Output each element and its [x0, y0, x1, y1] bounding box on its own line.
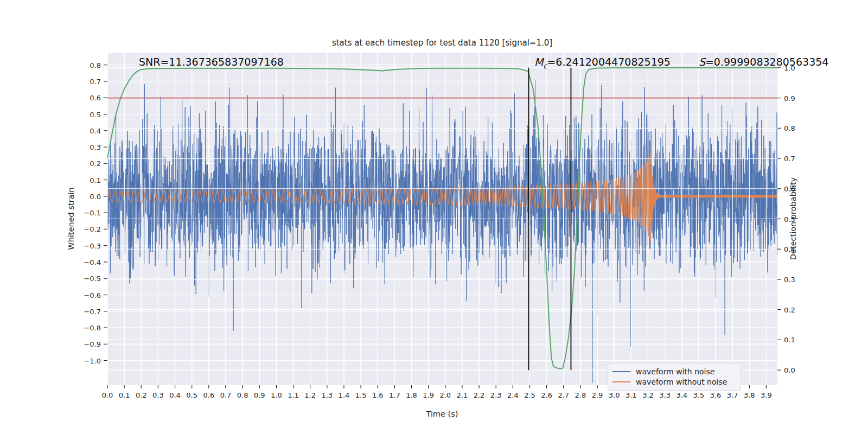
legend-line-sample-blue: [612, 371, 630, 372]
y-right-tick-label: 0.1: [784, 336, 795, 344]
y-right-tick-label: 0.7: [784, 155, 795, 163]
y-left-tick-label: 0.1: [90, 176, 101, 184]
x-tick-label: 1.3: [321, 391, 333, 399]
x-tick-label: 1.8: [406, 391, 417, 399]
y-left-tick-label: 0.2: [90, 159, 101, 168]
y-right-tick-label: 0.8: [784, 124, 795, 132]
y-left-tick-label: 0.6: [90, 94, 101, 102]
x-tick-label: 3.2: [642, 391, 654, 399]
x-tick-label: 3.8: [744, 391, 755, 399]
x-tick-label: 0.6: [203, 391, 214, 399]
y-left-tick-label: −0.5: [84, 275, 101, 283]
x-tick-label: 1.0: [271, 391, 282, 399]
x-tick-label: 0.2: [136, 391, 147, 399]
x-tick-label: 1.2: [304, 391, 316, 399]
significance-value: =0.9999083280563354: [705, 56, 828, 68]
chart-title: stats at each timestep for test data 112…: [332, 38, 552, 48]
waveform-with-noise-line: [107, 80, 777, 383]
x-tick-label: 3.5: [693, 391, 705, 399]
legend-item-with-noise: waveform with noise: [612, 366, 735, 376]
y-left-tick-label: 0.4: [90, 126, 101, 135]
y-left-tick-label: −0.9: [84, 340, 101, 348]
x-tick-label: 3.3: [659, 391, 671, 399]
x-tick-label: 2.1: [457, 391, 468, 399]
y-left-tick-label: −0.7: [84, 307, 101, 315]
chirp-mass-value: =6.2412004470825195: [547, 56, 670, 68]
legend: waveform with noise waveform without noi…: [608, 363, 741, 391]
x-tick-label: 2.7: [558, 391, 569, 399]
x-tick-label: 0.7: [220, 391, 232, 399]
x-tick-label: 1.4: [339, 391, 350, 399]
x-tick-label: 2.0: [439, 391, 451, 399]
y-axis-label-left: Whitened strain: [67, 187, 75, 250]
y-left-tick-label: 0.0: [90, 192, 101, 200]
y-right-tick-label: 0.5: [784, 215, 795, 223]
x-axis-label: Time (s): [426, 410, 458, 418]
x-tick-label: 3.7: [727, 391, 738, 399]
x-tick-label: 2.8: [575, 391, 586, 399]
x-tick-label: 0.0: [102, 391, 113, 399]
x-tick-label: 2.6: [541, 391, 552, 399]
x-tick-label: 3.1: [626, 391, 637, 399]
y-right-tick-label: 0.6: [784, 184, 795, 193]
x-tick-label: 1.9: [423, 391, 434, 399]
y-right-tick-label: 0.4: [784, 245, 795, 253]
x-tick-label: 0.8: [237, 391, 248, 399]
chirp-mass-symbol: M: [534, 56, 543, 68]
snr-annotation: SNR=11.367365837097168: [139, 56, 284, 68]
chirp-mass-annotation: Mc=6.2412004470825195: [534, 56, 671, 70]
x-tick-label: 0.1: [119, 391, 130, 399]
gridlines-over: [107, 53, 777, 385]
figure: stats at each timestep for test data 112…: [0, 0, 868, 434]
y-left-tick-label: −0.2: [84, 225, 101, 233]
y-left-tick-label: −0.1: [84, 209, 101, 217]
x-tick-label: 0.4: [169, 391, 181, 399]
y-right-tick-label: 0.9: [784, 94, 795, 102]
x-tick-label: 3.9: [761, 391, 772, 399]
x-tick-label: 2.2: [474, 391, 485, 399]
legend-line-sample-orange: [612, 381, 630, 382]
x-tick-label: 2.4: [507, 391, 519, 399]
significance-symbol: S: [699, 56, 705, 68]
legend-label: waveform without noise: [636, 378, 727, 386]
x-tick-label: 2.5: [524, 391, 535, 399]
y-left-tick-label: 0.5: [90, 110, 101, 118]
x-tick-label: 3.6: [710, 391, 722, 399]
legend-item-without-noise: waveform without noise: [612, 376, 735, 387]
x-tick-label: 1.5: [355, 391, 367, 399]
y-left-tick-label: 0.8: [90, 61, 101, 69]
x-tick-label: 2.3: [490, 391, 502, 399]
y-left-tick-label: −0.3: [84, 241, 101, 250]
x-tick-label: 1.6: [372, 391, 384, 399]
y-left-tick-label: −1.0: [84, 356, 101, 365]
significance-annotation: S=0.9999083280563354: [699, 56, 829, 68]
x-tick-label: 1.7: [389, 391, 400, 399]
y-right-tick-label: 0.0: [784, 366, 795, 374]
y-right-tick-label: 0.2: [784, 305, 795, 314]
y-left-tick-label: −0.8: [84, 324, 101, 332]
y-left-tick-label: −0.6: [84, 291, 101, 299]
snr-text: SNR=11.367365837097168: [139, 56, 284, 68]
x-tick-label: 3.0: [609, 391, 620, 399]
x-tick-label: 0.5: [186, 391, 197, 399]
x-tick-label: 0.3: [152, 391, 164, 399]
y-left-tick-label: 0.3: [90, 143, 101, 151]
x-tick-label: 0.9: [254, 391, 265, 399]
y-left-tick-label: −0.4: [84, 258, 101, 266]
x-tick-label: 3.4: [676, 391, 687, 399]
legend-label: waveform with noise: [636, 367, 714, 376]
y-right-tick-label: 0.3: [784, 275, 795, 283]
y-left-tick-label: 0.7: [90, 77, 101, 85]
x-tick-label: 1.1: [288, 391, 299, 399]
x-tick-label: 2.9: [592, 391, 603, 399]
